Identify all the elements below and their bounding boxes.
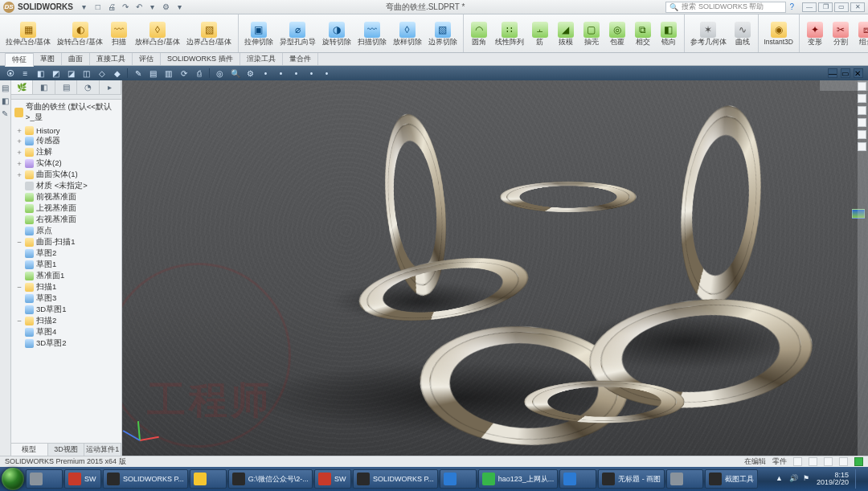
ribbon-tab[interactable]: 评估 — [133, 53, 161, 65]
tree-node[interactable]: −曲面-扫描1 — [16, 236, 120, 248]
ribbon-button[interactable]: ◢抜模 — [554, 21, 578, 47]
taskbar-item[interactable]: G:\微信公众号\2-... — [228, 469, 313, 489]
left-gutter[interactable]: ▤ ◧ ✎ — [0, 80, 11, 456]
ribbon-button[interactable]: ◑旋转切除 — [320, 21, 354, 47]
qat-icon[interactable]: ▾ — [148, 2, 158, 12]
cmd-win-btn[interactable]: ✕ — [854, 68, 863, 78]
motion-tab[interactable]: 运动算件1 — [84, 444, 121, 456]
taskbar-item[interactable]: SW — [64, 469, 101, 489]
task-pane-tab-icon[interactable] — [858, 118, 866, 127]
ribbon-button[interactable]: 〰扫描 — [107, 21, 131, 47]
gutter-icon[interactable]: ▤ — [2, 84, 10, 92]
qat-icon[interactable]: □ — [93, 2, 103, 12]
ribbon-button[interactable]: ▧边界凸台/基体 — [184, 21, 234, 47]
tree-node[interactable]: 3D草图1 — [16, 304, 120, 315]
start-button[interactable] — [2, 468, 24, 490]
expand-toggle-icon[interactable]: + — [16, 137, 23, 145]
graphics-viewport[interactable]: 工程师 — [122, 80, 868, 456]
view-tool-icon[interactable]: 🔍 — [230, 68, 240, 79]
tree-node[interactable]: +曲面实体(1) — [16, 169, 120, 180]
minimize-button[interactable]: — — [802, 2, 817, 12]
system-tray[interactable]: ▲ 🔊 ⚑ 8:15 2019/2/20 — [771, 469, 866, 489]
taskbar-item[interactable]: SW — [314, 469, 351, 489]
maximize-button[interactable]: ▭ — [834, 2, 849, 12]
ribbon-button[interactable]: ⌀异型孔向导 — [277, 21, 318, 47]
view-tool-icon[interactable]: ≡ — [20, 68, 31, 79]
view-tool-icon[interactable]: ◪ — [66, 68, 76, 79]
view-tool-icon[interactable]: ◧ — [35, 68, 46, 79]
tree-node[interactable]: 草图1 — [16, 259, 120, 270]
ribbon-button[interactable]: ▦拉伸凸台/基体 — [3, 21, 53, 47]
view-tool-icon[interactable]: ⦿ — [5, 68, 15, 79]
ribbon-button[interactable]: 〰扫描切除 — [355, 21, 389, 47]
taskbar-item[interactable] — [26, 469, 63, 489]
task-pane-tab-icon[interactable] — [858, 82, 866, 91]
tree-node[interactable]: −扫描2 — [16, 315, 120, 326]
fm-tab-arrow-icon[interactable]: ▸ — [100, 80, 121, 94]
show-desktop-button[interactable] — [855, 469, 862, 489]
expand-toggle-icon[interactable]: + — [16, 126, 23, 135]
gutter-icon[interactable]: ✎ — [2, 109, 10, 117]
fm-tab-config-icon[interactable]: ▤ — [55, 80, 77, 94]
ribbon-button[interactable]: ✦变形 — [803, 21, 827, 47]
status-icon[interactable] — [793, 457, 802, 466]
tree-node[interactable]: +History — [16, 125, 120, 135]
view-tool-icon[interactable]: ⟳ — [178, 68, 189, 79]
tree-node[interactable]: 右视基准面 — [16, 214, 120, 225]
ribbon-tab[interactable]: 直接工具 — [90, 53, 133, 65]
ribbon-button[interactable]: ◊放样切除 — [391, 21, 424, 47]
qat-icon[interactable]: ⚙ — [162, 2, 171, 12]
tree-root[interactable]: 弯曲的铁丝 (默认<<默认>_显 — [11, 100, 121, 125]
tree-node[interactable]: +注解 — [16, 146, 120, 158]
qat-icon[interactable]: ▾ — [80, 2, 89, 12]
expand-toggle-icon[interactable]: + — [16, 148, 23, 157]
tree-node[interactable]: 基准面1 — [16, 270, 120, 281]
expand-toggle-icon[interactable]: − — [16, 283, 23, 292]
ribbon-button[interactable]: ▣拉伸切除 — [242, 21, 276, 47]
view-tool-icon[interactable]: ◎ — [215, 68, 225, 79]
ribbon-button[interactable]: ▢抽壳 — [579, 21, 604, 47]
taskbar-item[interactable]: 无标题 - 画图 — [598, 469, 665, 489]
ribbon-button[interactable]: ◉Instant3D — [762, 21, 796, 47]
qat-icon[interactable]: ↷ — [121, 2, 130, 12]
qat-icon[interactable]: ▾ — [175, 2, 185, 12]
tree-node[interactable]: 原点 — [16, 225, 120, 236]
expand-toggle-icon[interactable]: − — [16, 238, 23, 247]
task-pane-tabs[interactable] — [858, 82, 866, 151]
ribbon-button[interactable]: ◎包覆 — [605, 21, 629, 47]
view-tool-icon[interactable]: • — [276, 68, 286, 79]
ribbon-button[interactable]: ◐旋转凸台/基体 — [55, 21, 104, 47]
view-command-bar[interactable]: ⦿≡◧◩◪◫◇◆✎▤▥⟳⎙◎🔍⚙•••••—▭✕ — [0, 66, 868, 80]
cmd-win-btn[interactable]: — — [828, 68, 837, 78]
motion-tab[interactable]: 模型 — [11, 444, 48, 456]
ribbon-button[interactable]: ◧镜向 — [657, 21, 681, 47]
ribbon-button[interactable]: ⧉相交 — [631, 21, 655, 47]
fm-tab-display-icon[interactable]: ◔ — [77, 80, 99, 94]
taskbar-item[interactable] — [559, 469, 596, 489]
tray-icon[interactable]: ▲ — [776, 474, 786, 485]
qat-icon[interactable]: ↶ — [134, 2, 144, 12]
ribbon-tab[interactable]: 草图 — [34, 53, 62, 65]
tree-node[interactable]: 材质 <未指定> — [16, 180, 120, 191]
gutter-icon[interactable]: ◧ — [2, 96, 10, 104]
tree-node[interactable]: 草图2 — [16, 248, 120, 259]
view-tool-icon[interactable]: ◇ — [96, 68, 107, 79]
ribbon-tab[interactable]: 曲面 — [62, 53, 90, 65]
restore-button[interactable]: ❐ — [818, 2, 833, 12]
view-tool-icon[interactable]: ◩ — [51, 68, 61, 79]
view-tool-icon[interactable]: • — [321, 68, 332, 79]
ribbon-button[interactable]: ◊放样凸台/基体 — [133, 21, 182, 47]
orientation-triad[interactable] — [129, 414, 164, 449]
expand-toggle-icon[interactable]: + — [16, 170, 23, 179]
ribbon-button[interactable]: ◠圆角 — [467, 21, 491, 47]
status-icon[interactable] — [839, 457, 848, 466]
tray-icon[interactable]: 🔊 — [789, 474, 800, 485]
qat-icon[interactable]: 🖨 — [107, 2, 117, 12]
taskbar-item[interactable] — [190, 469, 227, 489]
help-icon[interactable]: ? — [789, 2, 794, 11]
taskbar-item[interactable]: SOLIDWORKS P... — [103, 469, 188, 489]
cmdbar-window-controls[interactable]: —▭✕ — [828, 68, 863, 78]
ribbon-tab[interactable]: 特征 — [5, 53, 34, 67]
taskbar-item[interactable]: SOLIDWORKS P... — [353, 469, 438, 489]
expand-toggle-icon[interactable]: + — [16, 159, 23, 168]
